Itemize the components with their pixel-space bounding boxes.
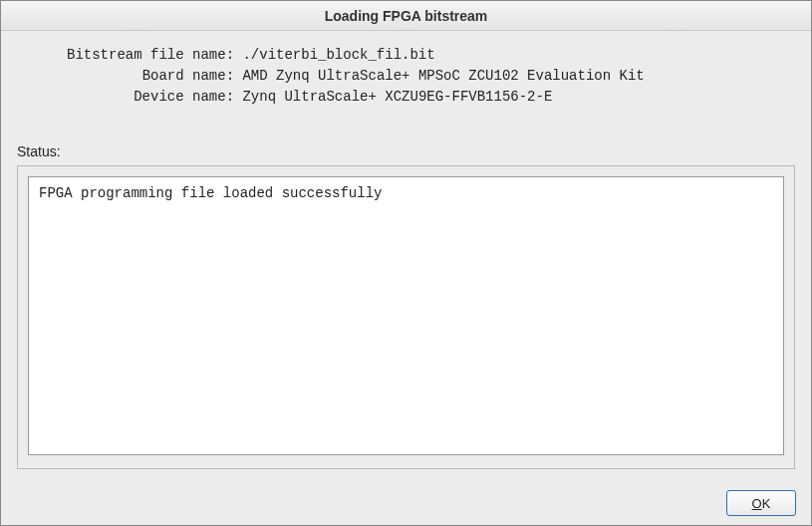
window-title: Loading FPGA bitstream [325,8,488,24]
device-label: Device name: [134,89,234,105]
status-frame [17,165,795,469]
ok-button[interactable]: OK [726,490,796,516]
status-label: Status: [17,143,795,159]
button-bar: OK [726,490,796,516]
info-block: Bitstream file name: ./viterbi_block_fil… [17,41,795,108]
board-label: Board name: [142,68,234,84]
dialog-content: Bitstream file name: ./viterbi_block_fil… [1,31,811,479]
ok-button-rest: K [762,496,771,511]
window-titlebar: Loading FPGA bitstream [1,1,811,31]
board-value: AMD Zynq UltraScale+ MPSoC ZCU102 Evalua… [242,68,644,84]
device-value: Zynq UltraScale+ XCZU9EG-FFVB1156-2-E [242,89,552,105]
status-textarea[interactable] [28,176,784,455]
bitstream-value: ./viterbi_block_fil.bit [242,47,434,63]
bitstream-label: Bitstream file name: [67,47,234,63]
